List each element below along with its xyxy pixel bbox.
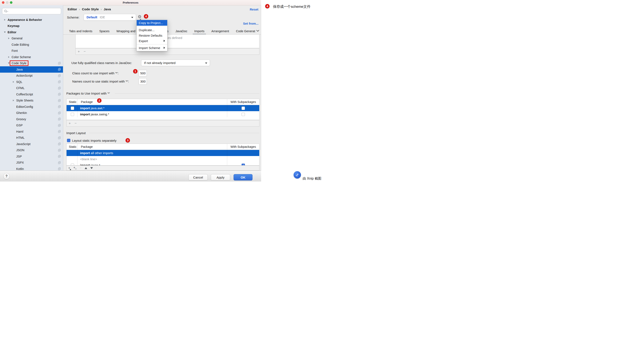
- sidebar-item-color-scheme[interactable]: Color Scheme: [0, 54, 63, 60]
- copy-scheme-icon[interactable]: [58, 124, 61, 127]
- more-tabs-chevron-icon[interactable]: [256, 30, 260, 32]
- sidebar-item-cfml[interactable]: CFML: [0, 85, 63, 92]
- copy-scheme-icon[interactable]: [58, 93, 61, 96]
- sidebar-item-jsp[interactable]: JSP: [0, 153, 63, 160]
- sidebar-item-gsp[interactable]: GSP: [0, 122, 63, 129]
- sidebar-item-html[interactable]: HTML: [0, 135, 63, 141]
- column-static[interactable]: Static: [66, 144, 78, 150]
- sidebar-item-kotlin[interactable]: Kotlin: [0, 166, 63, 170]
- tab-tabs-and-indents[interactable]: Tabs and Indents: [69, 30, 92, 33]
- add-package-icon[interactable]: +: [68, 166, 70, 170]
- copy-scheme-icon[interactable]: [58, 80, 61, 83]
- copy-scheme-icon[interactable]: [58, 87, 61, 90]
- tab-arrangement[interactable]: Arrangement: [212, 30, 229, 33]
- move-up-icon[interactable]: [85, 167, 87, 169]
- sidebar-item-editor[interactable]: Editor: [0, 29, 63, 35]
- right-disclosure-icon[interactable]: [3, 18, 6, 21]
- sidebar-item-general[interactable]: General: [0, 35, 63, 42]
- import-layout-table-row[interactable]: import javax.*✓: [66, 162, 259, 166]
- add-icon[interactable]: +: [69, 122, 71, 125]
- column-static[interactable]: Static: [66, 99, 78, 105]
- ok-button[interactable]: OK: [234, 174, 252, 180]
- copy-scheme-icon[interactable]: [58, 118, 61, 120]
- empty-imports-table[interactable]: [76, 34, 260, 48]
- tab-code-generation[interactable]: Code Generation: [236, 30, 255, 33]
- right-disclosure-icon[interactable]: [12, 81, 15, 83]
- down-disclosure-icon[interactable]: [3, 31, 6, 34]
- copy-scheme-icon[interactable]: [58, 68, 61, 71]
- search-box[interactable]: [2, 8, 61, 14]
- with-subpackages-checkbox[interactable]: ✓: [242, 164, 245, 166]
- reset-link[interactable]: Reset: [250, 8, 258, 11]
- column-package[interactable]: Package: [78, 144, 227, 150]
- tab-javadoc[interactable]: JavaDoc: [176, 30, 187, 33]
- sidebar-item-sql[interactable]: SQL: [0, 79, 63, 85]
- add-icon[interactable]: +: [78, 50, 80, 53]
- move-down-icon[interactable]: [90, 167, 93, 169]
- copy-scheme-icon[interactable]: [58, 105, 61, 108]
- remove-icon[interactable]: −: [74, 122, 77, 125]
- layout-static-imports-checkbox[interactable]: [67, 139, 70, 142]
- remove-icon[interactable]: −: [80, 166, 82, 170]
- packages-table-row[interactable]: import java.awt.*: [66, 105, 259, 111]
- sidebar-item-style-sheets[interactable]: Style Sheets: [0, 98, 63, 104]
- copy-scheme-icon[interactable]: [58, 136, 61, 139]
- down-disclosure-icon[interactable]: [7, 62, 10, 64]
- set-from-link[interactable]: Set from...: [243, 22, 258, 25]
- sidebar-item-editorconfig[interactable]: EditorConfig: [0, 104, 63, 110]
- copy-scheme-icon[interactable]: [58, 130, 61, 133]
- sidebar-item-actionscript[interactable]: ActionScript: [0, 73, 63, 79]
- menu-item-copy-to-project[interactable]: Copy to Project...: [137, 20, 167, 26]
- sidebar-item-javascript[interactable]: JavaScript: [0, 141, 63, 147]
- sidebar-item-haml[interactable]: Haml: [0, 128, 63, 135]
- tab-spaces[interactable]: Spaces: [99, 30, 109, 33]
- copy-scheme-icon[interactable]: [58, 99, 61, 102]
- copy-scheme-icon[interactable]: [58, 112, 61, 114]
- copy-scheme-icon[interactable]: [58, 161, 61, 164]
- static-checkbox[interactable]: [71, 106, 74, 110]
- right-disclosure-icon[interactable]: [7, 56, 10, 58]
- menu-item-duplicate[interactable]: Duplicate...: [137, 27, 167, 33]
- names-count-field[interactable]: [138, 78, 147, 85]
- copy-scheme-icon[interactable]: [58, 168, 61, 170]
- breadcrumb-code-style[interactable]: Code Style: [82, 7, 99, 11]
- menu-item-export[interactable]: Export: [137, 38, 167, 44]
- class-count-field[interactable]: [138, 70, 147, 76]
- help-button[interactable]: ?: [3, 173, 10, 180]
- gear-icon[interactable]: ⚙: [138, 14, 142, 19]
- copy-scheme-icon[interactable]: [58, 142, 61, 145]
- add-blank-line-icon[interactable]: +n: [73, 166, 76, 170]
- sidebar-item-keymap[interactable]: Keymap: [0, 23, 63, 29]
- apply-button[interactable]: Apply: [211, 174, 230, 180]
- scheme-select[interactable]: DefaultIDE: [84, 14, 136, 21]
- menu-item-restore-defaults[interactable]: Restore Defaults: [137, 33, 167, 38]
- search-input[interactable]: [10, 9, 60, 14]
- import-layout-table-row[interactable]: <blank line>: [66, 156, 259, 162]
- sidebar-item-json[interactable]: JSON: [0, 147, 63, 154]
- copy-scheme-icon[interactable]: [58, 62, 61, 65]
- menu-item-import-scheme[interactable]: Import Scheme: [137, 45, 167, 50]
- copy-scheme-icon[interactable]: [58, 155, 61, 158]
- sidebar-item-jspx[interactable]: JSPX: [0, 160, 63, 166]
- copy-scheme-icon[interactable]: [58, 74, 61, 77]
- packages-table-row[interactable]: import javax.swing.*: [66, 111, 259, 117]
- right-disclosure-icon[interactable]: [12, 99, 15, 102]
- right-disclosure-icon[interactable]: [7, 37, 10, 40]
- sidebar-item-code-editing[interactable]: Code Editing: [0, 42, 63, 48]
- sidebar-item-gherkin[interactable]: Gherkin: [0, 110, 63, 116]
- sidebar-item-groovy[interactable]: Groovy: [0, 116, 63, 122]
- remove-icon[interactable]: −: [84, 50, 86, 53]
- sidebar-item-code-style[interactable]: Code Style: [0, 60, 63, 66]
- copy-scheme-icon[interactable]: [58, 149, 61, 152]
- import-layout-table-row[interactable]: import all other imports: [66, 150, 259, 156]
- column-with-subpackages[interactable]: With Subpackages: [227, 99, 259, 105]
- with-subpackages-checkbox[interactable]: [242, 106, 245, 110]
- sidebar-item-font[interactable]: Font: [0, 48, 63, 54]
- breadcrumb-editor[interactable]: Editor: [68, 7, 77, 11]
- sidebar-item-appearance-behavior[interactable]: Appearance & Behavior: [0, 17, 63, 23]
- static-checkbox[interactable]: [71, 113, 74, 116]
- javadoc-qualified-select[interactable]: If not already imported: [141, 60, 210, 66]
- sidebar-item-java[interactable]: Java: [0, 66, 63, 73]
- cancel-button[interactable]: Cancel: [188, 174, 208, 180]
- with-subpackages-checkbox[interactable]: [242, 113, 245, 116]
